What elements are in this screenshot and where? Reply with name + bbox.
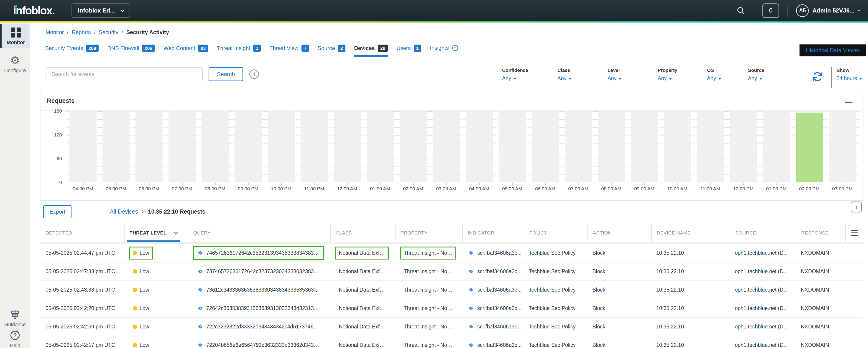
cell-property: Threat Insight - Notio... — [395, 320, 462, 333]
cell-source: oph1.techblue.net (D... — [730, 342, 796, 348]
cell-query[interactable]: 73746572636172642c32373230343330323830..… — [188, 265, 330, 279]
cell-indicator[interactable]: scr.fbaf34606a3c... — [462, 249, 524, 257]
tab-security-events[interactable]: Security Events289 — [45, 44, 99, 57]
column-settings-icon[interactable] — [845, 224, 863, 242]
cell-detected: 05-05-2025 02:47:33 pm UTC — [40, 268, 124, 275]
all-devices-link[interactable]: All Devices — [110, 208, 138, 215]
sidebar-item-monitor[interactable]: Monitor — [0, 24, 30, 48]
x-tick-label: 06:00 AM — [529, 186, 562, 192]
tab-source[interactable]: Source2 — [318, 44, 345, 57]
column-header-action[interactable]: ACTION — [587, 224, 651, 242]
table-breadcrumb: All Devices > 10.35.22.10 Requests — [110, 208, 206, 215]
filter-confidence[interactable]: Confidence Any — [502, 68, 528, 81]
tab-insights[interactable]: Insights — [430, 44, 459, 56]
x-tick-label: 08:00 AM — [595, 186, 628, 192]
historical-data-viewer-button[interactable]: Historical Data Viewer — [800, 44, 866, 57]
sidebar-item-configure[interactable]: ⚙ Configure — [0, 52, 30, 76]
cell-indicator[interactable]: scr.fbaf34606a3c... — [462, 342, 524, 348]
cell-query[interactable]: 722c3232322d33332d343434342c4d617374657.… — [188, 320, 330, 334]
search-icon[interactable] — [736, 6, 745, 15]
filter-source[interactable]: Source Any — [748, 68, 764, 81]
search-button[interactable]: Search — [209, 67, 243, 81]
chart-bands — [66, 111, 859, 182]
query-swirl-icon — [196, 286, 204, 293]
chevron-down-icon — [513, 78, 517, 80]
count-badge: 1 — [414, 44, 421, 52]
refresh-icon[interactable] — [812, 71, 823, 82]
cell-threat-level: Low — [124, 339, 188, 348]
x-tick-label: 07:00 PM — [165, 186, 198, 192]
y-tick-label: 60 — [41, 155, 62, 162]
filter-os[interactable]: OS Any — [707, 68, 721, 81]
column-header-property[interactable]: PROPERTY — [395, 224, 462, 242]
table-row[interactable]: 05-05-2025 02:42:20 pm UTC Low 72642c353… — [40, 299, 863, 318]
question-icon — [10, 330, 20, 341]
breadcrumb-link-reports[interactable]: Reports — [72, 29, 91, 35]
tab-bar: Security Events289 DNS Firewall206 Web C… — [45, 44, 459, 57]
workspace-selector[interactable]: Infoblox Ed... — [71, 3, 130, 18]
threat-low-dot-icon — [133, 269, 137, 274]
export-button[interactable]: Export — [43, 205, 71, 218]
chevron-down-icon — [718, 78, 721, 80]
column-header-indicator[interactable]: INDICATOR — [462, 224, 524, 242]
cell-indicator[interactable]: scr.fbaf34606a3c... — [462, 323, 524, 330]
tab-users[interactable]: Users1 — [396, 44, 421, 57]
cell-query[interactable]: 73612c34333636363833303438343335353637..… — [188, 283, 330, 297]
column-header-detected[interactable]: DETECTED — [40, 224, 124, 242]
tab-threat-insight[interactable]: Threat Insight1 — [217, 44, 261, 57]
table-row[interactable]: 05-05-2025 02:44:47 pm UTC Low 746572636… — [40, 244, 863, 263]
breadcrumb-link-monitor[interactable]: Monitor — [45, 29, 64, 35]
chart-y-axis: 060120180 — [41, 111, 64, 182]
table-row[interactable]: 05-05-2025 02:47:33 pm UTC Low 737465726… — [40, 263, 863, 281]
cell-policy: Techblue Sec Policy — [524, 268, 587, 275]
column-header-response[interactable]: RESPONSE — [796, 224, 845, 242]
x-tick-label: 10:00 AM — [661, 186, 694, 192]
x-tick-label: 04:00 AM — [463, 186, 496, 192]
sidebar-item-help[interactable]: Help — [0, 327, 30, 348]
tab-threat-view[interactable]: Threat View7 — [269, 44, 309, 57]
info-icon[interactable] — [249, 69, 259, 80]
indicator-swirl-icon — [467, 249, 474, 257]
tab-devices[interactable]: Devices29 — [354, 44, 388, 57]
cell-query[interactable]: 746572636172642c353231393435333834383438… — [188, 246, 330, 260]
filter-class[interactable]: Class Any — [557, 68, 572, 81]
collapse-panel-icon[interactable] — [845, 102, 852, 103]
cell-indicator[interactable]: scr.fbaf34606a3c... — [462, 286, 524, 293]
tab-dns-firewall[interactable]: DNS Firewall206 — [107, 44, 155, 57]
breadcrumb-separator: > — [142, 208, 145, 215]
user-menu[interactable]: A5 Admin 52VJ6... — [796, 4, 860, 17]
tab-web-content[interactable]: Web Content83 — [163, 44, 208, 57]
filter-show-timerange[interactable]: Show 24 hours — [837, 68, 862, 81]
column-header-source[interactable]: SOURCE — [730, 224, 796, 242]
cell-query[interactable]: 72642c35353839313636393130323434323136..… — [188, 301, 330, 315]
cell-query[interactable]: 72204b656e6e6564792c3632332d33362d34363.… — [188, 338, 330, 348]
table-scroll-strip[interactable] — [40, 242, 863, 244]
x-tick-label: 12:00 PM — [727, 186, 760, 192]
chart-bar[interactable] — [796, 113, 823, 182]
cell-indicator[interactable]: scr.fbaf34606a3c... — [462, 305, 524, 312]
column-header-threat-level[interactable]: THREAT LEVEL — [124, 224, 188, 242]
search-input[interactable] — [45, 67, 203, 81]
table-row[interactable]: 05-05-2025 02:42:17 pm UTC Low 72204b656… — [40, 336, 863, 348]
count-badge: 289 — [86, 44, 99, 52]
sidebar-item-guidance[interactable]: Guidance — [0, 306, 30, 330]
filter-label: Source — [748, 68, 764, 73]
chart-x-labels: 04:00 PM05:00 PM06:00 PM07:00 PM08:00 PM… — [66, 186, 859, 192]
cell-threat-level: Low — [124, 283, 188, 297]
cell-threat-level: Low — [124, 247, 188, 259]
cell-indicator[interactable]: scr.fbaf34606a3c... — [462, 268, 524, 275]
column-header-policy[interactable]: POLICY — [524, 224, 587, 242]
notification-badge[interactable]: 0 — [762, 3, 779, 18]
chart-band — [397, 111, 430, 182]
column-header-device-name[interactable]: DEVICE NAME — [651, 224, 730, 242]
table-info-icon[interactable]: i — [851, 202, 862, 212]
indicator-swirl-icon — [467, 286, 474, 293]
table-row[interactable]: 05-05-2025 02:43:33 pm UTC Low 73612c343… — [40, 281, 863, 299]
filter-property[interactable]: Property Any — [658, 68, 677, 81]
filter-level[interactable]: Level Any — [608, 68, 622, 81]
column-header-class[interactable]: CLASS — [330, 224, 395, 242]
cell-property: Threat Insight - Notio... — [395, 247, 462, 259]
column-header-query[interactable]: QUERY — [188, 224, 330, 242]
breadcrumb-link-security[interactable]: Security — [99, 29, 118, 35]
table-row[interactable]: 05-05-2025 02:42:59 pm UTC Low 722c32323… — [40, 318, 863, 336]
